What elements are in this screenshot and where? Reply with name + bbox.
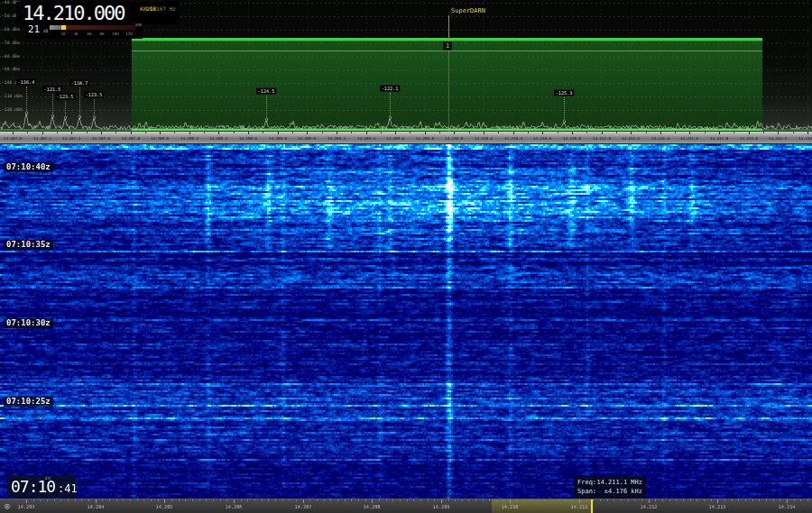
scale-tick-minor <box>213 499 214 501</box>
scale-tick-minor <box>254 499 255 501</box>
waterfall-frequency-scale[interactable]: ⊗ 14.20314.20414.20514.20614.20714.20814… <box>0 499 812 513</box>
scale-tick-minor <box>337 499 338 501</box>
frequency-value[interactable]: 14.210.000 <box>23 2 124 24</box>
scale-tick-minor <box>179 499 180 501</box>
scale-tick-minor <box>174 132 175 133</box>
scale-tick-minor <box>690 499 691 501</box>
scale-tick-minor <box>763 132 764 133</box>
scale-label: 14.212.4 <box>798 136 812 141</box>
scale-tick-minor <box>400 499 401 501</box>
scale-tick-minor <box>379 499 380 501</box>
scale-tick-minor <box>766 499 767 501</box>
scale-tick-minor <box>621 499 622 501</box>
scale-tick-minor <box>381 132 382 133</box>
scale-label: 14.211.8 <box>710 136 728 141</box>
rx-info-chip[interactable]: RX 1 DSB +/- 2167 Hz <box>137 2 179 24</box>
clock-time: 07:10 <box>11 477 55 496</box>
utc-clock: UTC 07:10 :41 <box>7 475 76 498</box>
scale-tick <box>372 499 373 503</box>
scale-tick-minor <box>351 499 352 501</box>
scale-tick-minor <box>711 499 712 501</box>
waterfall-timestamp: 07:10:40z <box>4 162 53 172</box>
waterfall-timestamp: 07:10:35z <box>4 240 53 250</box>
scale-label: 14.210 <box>502 503 519 508</box>
peak-marker-triangle: ▽ <box>265 117 269 123</box>
scale-tick-minor <box>282 499 283 501</box>
scale-tick-minor <box>145 132 146 133</box>
scale-tick <box>337 132 337 134</box>
scale-tick <box>510 499 511 503</box>
span-readout-value: ±4.176 kHz <box>604 487 642 496</box>
scale-tick <box>218 132 219 134</box>
waterfall-panel[interactable]: 07:10:40z07:10:35z07:10:30z07:10:25z UTC… <box>0 144 812 499</box>
peak-marker-line <box>390 93 391 116</box>
scale-tick-minor <box>275 499 276 501</box>
peak-marker-triangle: ▽ <box>64 115 68 121</box>
scale-tick-minor <box>324 499 325 501</box>
scale-tick <box>307 132 308 134</box>
scale-tick-minor <box>206 499 207 501</box>
scale-tick <box>26 499 27 503</box>
scale-tick-minor <box>724 499 725 501</box>
scale-tick-minor <box>407 499 408 501</box>
scale-label: 14.204 <box>87 503 104 508</box>
scale-label: 14.211.2 <box>622 136 640 141</box>
scale-label: 14.208.6 <box>239 136 257 141</box>
scale-label: 14.206 <box>225 503 242 508</box>
scale-label: 14.210.2 <box>475 136 493 141</box>
scale-tick-minor <box>807 499 808 501</box>
scale-tick-minor <box>263 132 263 133</box>
scale-tick-minor <box>68 499 69 501</box>
scale-tick <box>248 132 249 134</box>
scale-tick-minor <box>410 132 411 133</box>
scale-label: 14.210.0 <box>445 136 463 141</box>
scale-label: 14.210.8 <box>563 136 581 141</box>
meter-tick-label: 60 <box>87 32 91 36</box>
scale-tick-minor <box>33 499 34 501</box>
center-frequency-line <box>448 15 449 41</box>
spectrum-panel[interactable]: -40 dBm-50 dBm-60 dBm-70 dBm-80 dBm-90 d… <box>0 0 812 132</box>
scale-tick-minor <box>330 499 331 501</box>
scale-tick-minor <box>498 132 499 133</box>
scale-tick-minor <box>345 499 346 501</box>
scale-label: 14.213 <box>709 503 726 508</box>
peak-marker-label: -123.5 <box>55 94 75 100</box>
scale-tick-minor <box>115 132 116 133</box>
waterfall-canvas[interactable] <box>0 144 812 499</box>
passband-label: SuperDARN <box>451 7 485 14</box>
scale-tick-minor <box>47 499 48 501</box>
scale-tick <box>572 132 573 134</box>
bottom-scale-labels: 14.20314.20414.20514.20614.20714.20814.2… <box>0 499 812 513</box>
scale-tick <box>164 499 165 503</box>
scale-label: 14.212.2 <box>769 136 787 141</box>
scale-tick <box>513 132 514 134</box>
scale-tick-minor <box>462 499 463 501</box>
scale-tick-minor <box>137 499 138 501</box>
scale-tick-minor <box>116 499 117 501</box>
scale-tick-minor <box>292 132 293 133</box>
scale-tick <box>749 132 750 134</box>
scale-tick-minor <box>143 499 144 501</box>
scale-tick-minor <box>204 132 205 133</box>
center-rx-marker[interactable]: 1 <box>443 41 452 50</box>
scale-tick-minor <box>448 499 449 501</box>
scale-tick-minor <box>199 499 200 501</box>
scale-tick-minor <box>130 499 131 501</box>
scale-tick-minor <box>634 499 635 501</box>
scale-tick-minor <box>57 132 58 133</box>
meter-tick-label: 120 <box>125 32 133 36</box>
scale-tick-minor <box>322 132 323 133</box>
spectrum-frequency-scale[interactable]: 14.207.014.207.214.207.414.207.614.207.8… <box>0 132 812 144</box>
scale-tick-minor <box>455 499 456 501</box>
scale-tick-minor <box>192 499 193 501</box>
scale-tick-minor <box>759 499 760 501</box>
frequency-display[interactable]: 14.210.000 <box>16 2 137 24</box>
scale-tick <box>395 132 396 134</box>
peak-marker-triangle: ▽ <box>78 115 82 120</box>
scale-tick <box>787 499 788 503</box>
peak-marker-label: -121.5 <box>42 87 62 93</box>
meter-ticks: 20406080100120 <box>25 23 143 39</box>
scale-tick <box>454 132 455 134</box>
scale-tick-minor <box>676 499 677 501</box>
scale-tick <box>602 132 603 134</box>
